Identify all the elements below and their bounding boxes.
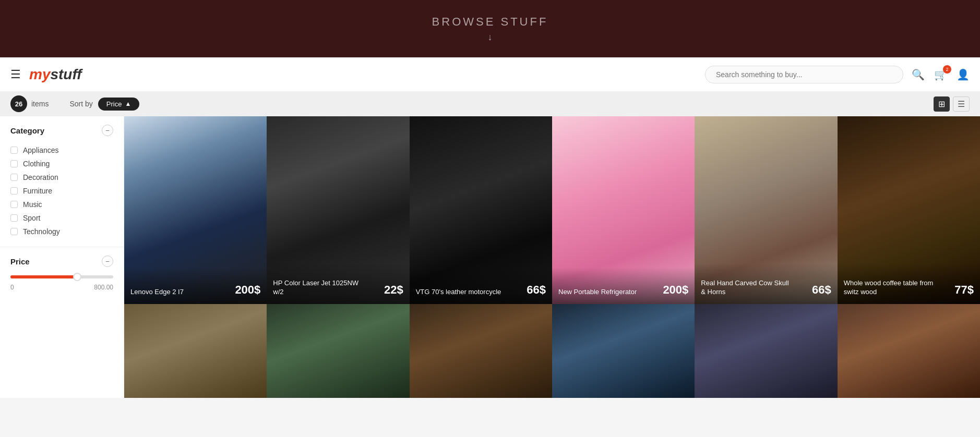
search-bar bbox=[705, 66, 903, 83]
product-name: Real Hand Carved Cow Skull & Horns bbox=[701, 279, 792, 297]
price-fill bbox=[10, 275, 77, 278]
hamburger-icon[interactable]: ☰ bbox=[10, 68, 21, 81]
list-view-button[interactable]: ☰ bbox=[953, 96, 970, 112]
category-title: Category bbox=[10, 126, 44, 135]
category-checkbox[interactable] bbox=[10, 174, 18, 181]
category-item[interactable]: Sport bbox=[10, 211, 113, 225]
product-overlay: HP Color Laser Jet 1025NW w/2 22$ bbox=[267, 263, 409, 304]
product-card[interactable]: Real Hand Carved Cow Skull & Horns 66$ bbox=[695, 116, 837, 304]
product-card[interactable]: HP Color Laser Jet 1025NW w/2 22$ bbox=[267, 116, 409, 304]
sort-bar: 26 items Sort by Price ▲ ⊞ ☰ bbox=[0, 91, 980, 116]
logo-my: my bbox=[29, 66, 50, 82]
items-label: items bbox=[31, 100, 49, 108]
category-checkbox[interactable] bbox=[10, 160, 18, 167]
category-item[interactable]: Furniture bbox=[10, 184, 113, 198]
price-thumb-right[interactable] bbox=[73, 273, 81, 281]
hero-arrow: ↓ bbox=[432, 32, 548, 43]
product-price: 66$ bbox=[527, 283, 546, 297]
product-price: 77$ bbox=[954, 283, 974, 297]
product-price: 200$ bbox=[235, 283, 260, 297]
category-collapse-button[interactable]: − bbox=[102, 125, 113, 136]
product-card-partial[interactable] bbox=[552, 304, 695, 398]
grid-view-button[interactable]: ⊞ bbox=[934, 96, 950, 112]
product-overlay: New Portable Refrigerator 200$ bbox=[552, 268, 695, 304]
category-label: Clothing bbox=[23, 160, 50, 168]
price-collapse-button[interactable]: − bbox=[102, 256, 113, 267]
search-input[interactable] bbox=[716, 70, 892, 79]
price-range-labels: 0 800.00 bbox=[10, 284, 113, 291]
category-header: Category − bbox=[10, 125, 113, 136]
product-card-partial[interactable] bbox=[410, 304, 552, 398]
main-layout: Category − Appliances Clothing Decoratio… bbox=[0, 116, 980, 398]
sort-arrow-up-icon: ▲ bbox=[125, 100, 131, 107]
product-price: 22$ bbox=[384, 283, 403, 297]
category-label: Furniture bbox=[23, 187, 52, 195]
category-label: Music bbox=[23, 200, 42, 209]
navbar-icons: 🔍 🛒 2 👤 bbox=[912, 68, 970, 81]
sort-price-label: Price bbox=[106, 100, 122, 108]
item-count-badge: 26 bbox=[10, 95, 27, 112]
category-checkbox[interactable] bbox=[10, 201, 18, 208]
category-checkbox[interactable] bbox=[10, 228, 18, 235]
category-label: Appliances bbox=[23, 146, 59, 154]
price-title: Price bbox=[10, 257, 30, 266]
category-item[interactable]: Appliances bbox=[10, 143, 113, 157]
user-icon[interactable]: 👤 bbox=[957, 68, 970, 81]
product-name: Lenovo Edge 2 I7 bbox=[130, 288, 184, 297]
product-card[interactable]: Lenovo Edge 2 I7 200$ bbox=[124, 116, 267, 304]
product-name: Whole wood coffee table from switz wood bbox=[844, 279, 935, 297]
item-count: 26 items bbox=[10, 95, 49, 112]
category-item[interactable]: Technology bbox=[10, 225, 113, 238]
product-card-partial[interactable] bbox=[838, 304, 980, 398]
product-card[interactable]: VTG 70's leather motorcycle 66$ bbox=[410, 116, 552, 304]
view-toggle: ⊞ ☰ bbox=[934, 96, 970, 112]
price-min-label: 0 bbox=[10, 284, 14, 291]
product-overlay: Real Hand Carved Cow Skull & Horns 66$ bbox=[695, 263, 837, 304]
category-label: Technology bbox=[23, 227, 60, 236]
product-card-partial[interactable] bbox=[267, 304, 409, 398]
logo-stuff: stuff bbox=[50, 66, 81, 82]
hero-content: BROWSE STUFF ↓ bbox=[432, 15, 548, 43]
product-overlay: Whole wood coffee table from switz wood … bbox=[838, 263, 980, 304]
product-name: HP Color Laser Jet 1025NW w/2 bbox=[273, 279, 364, 297]
category-checkbox[interactable] bbox=[10, 147, 18, 154]
hero-section: BROWSE STUFF ↓ bbox=[0, 0, 980, 57]
price-section: Price − 0 800.00 bbox=[0, 247, 124, 299]
category-label: Decoration bbox=[23, 173, 58, 181]
category-item[interactable]: Clothing bbox=[10, 157, 113, 171]
price-slider[interactable] bbox=[10, 275, 113, 278]
product-overlay: VTG 70's leather motorcycle 66$ bbox=[410, 268, 552, 304]
category-list: Appliances Clothing Decoration Furniture… bbox=[10, 143, 113, 238]
category-checkbox[interactable] bbox=[10, 187, 18, 195]
product-card-partial[interactable] bbox=[124, 304, 267, 398]
category-section: Category − Appliances Clothing Decoratio… bbox=[0, 116, 124, 247]
product-price: 200$ bbox=[663, 283, 688, 297]
logo[interactable]: mystuff bbox=[29, 66, 82, 83]
product-card[interactable]: New Portable Refrigerator 200$ bbox=[552, 116, 695, 304]
sidebar: Category − Appliances Clothing Decoratio… bbox=[0, 116, 124, 398]
category-checkbox[interactable] bbox=[10, 214, 18, 222]
cart-badge: 2 bbox=[943, 65, 951, 74]
product-price: 66$ bbox=[812, 283, 831, 297]
category-item[interactable]: Music bbox=[10, 198, 113, 211]
product-name: VTG 70's leather motorcycle bbox=[416, 288, 501, 297]
product-card-partial[interactable] bbox=[695, 304, 837, 398]
sort-section: Sort by Price ▲ bbox=[69, 98, 139, 111]
price-header: Price − bbox=[10, 256, 113, 267]
search-icon[interactable]: 🔍 bbox=[912, 68, 925, 81]
sort-label: Sort by bbox=[69, 100, 92, 108]
hero-title: BROWSE STUFF bbox=[432, 15, 548, 29]
category-item[interactable]: Decoration bbox=[10, 171, 113, 184]
price-max-label: 800.00 bbox=[94, 284, 113, 291]
sort-price-button[interactable]: Price ▲ bbox=[98, 98, 140, 111]
product-overlay: Lenovo Edge 2 I7 200$ bbox=[124, 268, 267, 304]
product-card[interactable]: Whole wood coffee table from switz wood … bbox=[838, 116, 980, 304]
navbar: ☰ mystuff 🔍 🛒 2 👤 bbox=[0, 57, 980, 91]
product-name: New Portable Refrigerator bbox=[558, 288, 637, 297]
price-track bbox=[10, 275, 113, 278]
cart-icon[interactable]: 🛒 2 bbox=[934, 68, 947, 81]
category-label: Sport bbox=[23, 214, 40, 222]
product-grid: Lenovo Edge 2 I7 200$ HP Color Laser Jet… bbox=[124, 116, 980, 398]
